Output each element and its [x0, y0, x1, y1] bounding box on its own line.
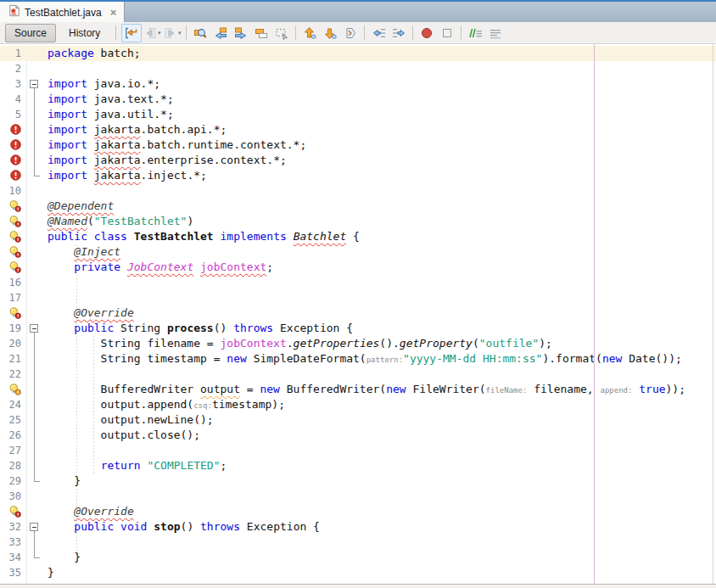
bulb-error-icon[interactable]: [0, 229, 25, 244]
code-text: @Override: [48, 305, 716, 321]
history-button[interactable]: History: [59, 24, 109, 42]
code-line-highlighted[interactable]: 1package batch;: [0, 46, 716, 61]
bulb-error-icon[interactable]: [0, 504, 25, 519]
record-macro-icon[interactable]: [417, 24, 437, 42]
code-line[interactable]: @Named("TestBatchlet"): [0, 214, 716, 229]
code-line[interactable]: public class TestBatchlet implements Bat…: [0, 229, 716, 244]
code-line[interactable]: 21 String timestamp = new SimpleDateForm…: [0, 351, 716, 367]
code-editor[interactable]: 1package batch;23import java.io.*;4impor…: [0, 44, 716, 584]
bulb-warning-icon[interactable]: [0, 382, 25, 397]
error-icon[interactable]: [0, 168, 25, 183]
code-line[interactable]: 25 output.newLine();: [0, 412, 716, 428]
code-line[interactable]: 16: [0, 275, 716, 290]
code-line[interactable]: 4import java.text.*;: [0, 92, 716, 107]
code-line[interactable]: 2: [0, 61, 716, 76]
code-line[interactable]: 19 public String process() throws Except…: [0, 321, 716, 336]
error-icon[interactable]: [0, 137, 25, 153]
line-number: 32: [0, 519, 25, 535]
code-text: @Dependent: [48, 199, 716, 214]
code-line[interactable]: 5import java.util.*;: [0, 107, 716, 122]
shift-right-icon[interactable]: [389, 24, 409, 42]
dropdown-caret-icon[interactable]: ▾: [158, 30, 161, 36]
uncomment-icon[interactable]: [485, 24, 506, 42]
comment-icon[interactable]: [465, 24, 485, 42]
fold-column: [25, 229, 48, 244]
code-line[interactable]: @Dependent: [0, 199, 716, 214]
code-text: }: [48, 473, 716, 489]
code-line[interactable]: @Override: [0, 504, 716, 519]
dropdown-caret-icon[interactable]: ▾: [178, 30, 182, 36]
code-text: [48, 290, 716, 305]
jump-last-edit-icon[interactable]: [121, 24, 142, 42]
error-icon[interactable]: [0, 153, 25, 168]
code-text: @Override: [48, 504, 716, 519]
fold-column: [25, 183, 48, 199]
find-previous-icon[interactable]: [210, 24, 231, 42]
code-line[interactable]: import jakarta.inject.*;: [0, 168, 716, 183]
error-icon[interactable]: [0, 122, 25, 137]
fold-collapse-icon[interactable]: [30, 523, 38, 531]
code-line[interactable]: 3import java.io.*;: [0, 76, 716, 92]
toggle-highlight-icon[interactable]: [251, 24, 271, 42]
code-line[interactable]: 10: [0, 183, 716, 199]
line-number: 22: [0, 367, 25, 382]
code-line[interactable]: import jakarta.batch.runtime.context.*;: [0, 137, 716, 153]
code-line[interactable]: @Inject: [0, 244, 716, 260]
bulb-error-icon[interactable]: [0, 305, 25, 321]
code-line[interactable]: 28 return "COMPLETED";: [0, 458, 716, 473]
code-text: import jakarta.batch.api.*;: [48, 122, 716, 137]
code-line[interactable]: 30: [0, 489, 716, 504]
fold-column: [25, 305, 48, 321]
code-line[interactable]: 17: [0, 290, 716, 305]
code-line[interactable]: 26 output.close();: [0, 428, 716, 443]
source-button[interactable]: Source: [5, 24, 56, 42]
toggle-bookmark-icon[interactable]: [340, 24, 361, 42]
bulb-error-icon[interactable]: [0, 260, 25, 275]
line-number: 25: [0, 412, 25, 428]
stop-macro-icon[interactable]: [437, 24, 457, 42]
code-line[interactable]: 22: [0, 367, 716, 382]
code-text: import java.util.*;: [48, 107, 716, 122]
nav-forward-icon[interactable]: ▾: [162, 24, 182, 42]
code-line[interactable]: 33: [0, 535, 716, 550]
code-text: output.append(csq:timestamp);: [48, 397, 716, 412]
code-line[interactable]: import jakarta.batch.api.*;: [0, 122, 716, 137]
bulb-error-icon[interactable]: [0, 244, 25, 260]
rectangular-selection-icon[interactable]: [271, 24, 292, 42]
code-line[interactable]: 29 }: [0, 473, 716, 489]
tab-close-icon[interactable]: ×: [110, 7, 117, 18]
bulb-error-icon[interactable]: [0, 214, 25, 229]
code-line[interactable]: 32 public void stop() throws Exception {: [0, 519, 716, 535]
code-line[interactable]: import jakarta.enterprise.context.*;: [0, 153, 716, 168]
code-text: import java.io.*;: [48, 76, 716, 92]
fold-column: [25, 367, 48, 382]
code-line[interactable]: @Override: [0, 305, 716, 321]
bulb-error-icon[interactable]: [0, 199, 25, 214]
code-line[interactable]: 24 output.append(csq:timestamp);: [0, 397, 716, 412]
toolbar-separator: [295, 25, 296, 40]
code-line[interactable]: 35}: [0, 565, 716, 580]
nav-back-icon[interactable]: ▾: [142, 24, 162, 42]
code-line[interactable]: private JobContext jobContext;: [0, 260, 716, 275]
fold-column[interactable]: [25, 519, 48, 535]
code-text: import jakarta.batch.runtime.context.*;: [48, 137, 716, 153]
shift-left-icon[interactable]: [368, 24, 389, 42]
fold-column[interactable]: [25, 76, 48, 92]
tab-testbatchlet[interactable]: TestBatchlet.java ×: [0, 2, 125, 22]
find-selection-icon[interactable]: [190, 24, 210, 42]
code-line[interactable]: 34 }: [0, 550, 716, 565]
code-line[interactable]: 27: [0, 443, 716, 458]
code-line[interactable]: BufferedWriter output = new BufferedWrit…: [0, 382, 716, 397]
next-occurrence-icon[interactable]: [320, 24, 340, 42]
fold-column: [25, 107, 48, 122]
fold-collapse-icon[interactable]: [30, 324, 38, 333]
fold-collapse-icon[interactable]: [30, 80, 38, 88]
previous-occurrence-icon[interactable]: [299, 24, 320, 42]
find-next-icon[interactable]: [231, 24, 251, 42]
fold-column: [25, 214, 48, 229]
fold-column[interactable]: [25, 321, 48, 336]
fold-column: [25, 351, 48, 367]
code-text: [48, 535, 716, 550]
fold-column: [25, 153, 48, 168]
code-line[interactable]: 20 String filename = jobContext.getPrope…: [0, 336, 716, 351]
